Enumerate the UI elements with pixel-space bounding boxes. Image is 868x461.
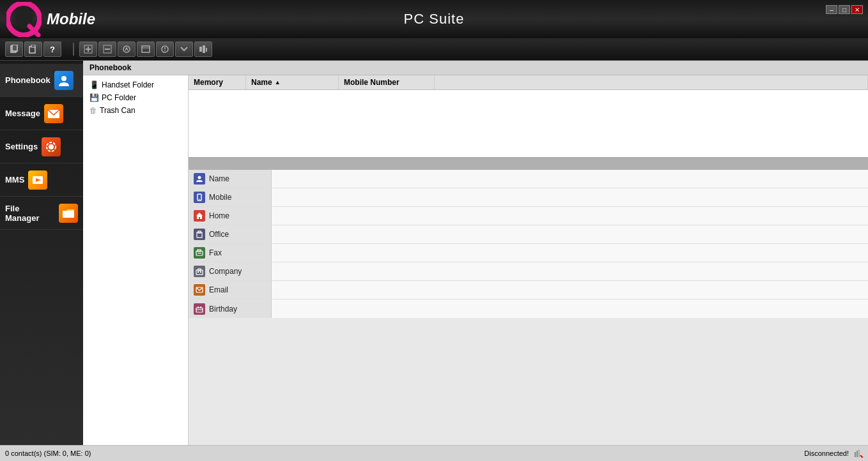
detail-label-office: Office [189, 225, 272, 243]
detail-row-office: Office [189, 225, 868, 244]
toolbar-btn-copy[interactable] [5, 42, 23, 57]
svg-line-48 [860, 455, 863, 458]
toolbar-separator-1 [73, 43, 74, 56]
table-header: Memory Name ▲ Mobile Number [189, 75, 868, 90]
detail-label-birthday: Birthday [189, 299, 272, 318]
minimize-button[interactable]: – [826, 5, 837, 14]
right-panel: Memory Name ▲ Mobile Number [189, 75, 868, 445]
toolbar-btn-4[interactable] [137, 42, 155, 57]
svg-rect-46 [856, 451, 858, 457]
detail-label-mobile: Mobile [189, 188, 272, 206]
toolbar: ? [0, 38, 868, 61]
detail-icon-name [194, 173, 205, 185]
detail-value-company[interactable] [272, 262, 868, 280]
svg-rect-20 [206, 48, 207, 52]
sidebar-item-message[interactable]: Message [0, 97, 83, 130]
two-panel: 📱 Handset Folder 💾 PC Folder 🗑 Trash Can [83, 75, 868, 445]
detail-icon-mobile [194, 192, 205, 203]
svg-rect-6 [31, 45, 35, 47]
detail-value-home[interactable] [272, 207, 868, 225]
detail-row-name: Name [189, 170, 868, 188]
tree-item-handset[interactable]: 📱 Handset Folder [83, 79, 188, 91]
sidebar-item-mms[interactable]: MMS [0, 163, 83, 197]
app-logo [6, 2, 42, 37]
toolbar-section-1: ? [5, 42, 61, 57]
detail-row-mobile: Mobile [189, 188, 868, 207]
toolbar-btn-paste[interactable] [24, 42, 42, 57]
maximize-button[interactable]: □ [839, 5, 850, 14]
toolbar-btn-2[interactable] [98, 42, 116, 57]
mms-icon [28, 170, 47, 190]
svg-rect-4 [12, 45, 17, 51]
col-mobile[interactable]: Mobile Number [339, 75, 435, 89]
toolbar-btn-1[interactable] [79, 42, 97, 57]
detail-value-office[interactable] [272, 225, 868, 243]
detail-row-company: Company [189, 262, 868, 281]
col-name[interactable]: Name ▲ [246, 75, 339, 89]
detail-label-email: Email [189, 281, 272, 299]
detail-icon-company [194, 266, 205, 277]
svg-point-17 [164, 50, 166, 51]
toolbar-btn-help[interactable]: ? [43, 42, 61, 57]
detail-row-fax: Fax [189, 244, 868, 262]
content-area: Phonebook 📱 Handset Folder 💾 PC Folder 🗑… [83, 61, 868, 445]
tree-item-trash[interactable]: 🗑 Trash Can [83, 104, 188, 117]
detail-header [189, 158, 868, 170]
toolbar-btn-7[interactable] [194, 42, 212, 57]
detail-label-company: Company [189, 262, 272, 280]
toolbar-btn-6[interactable] [175, 42, 193, 57]
svg-rect-18 [199, 47, 202, 52]
detail-label-name: Name [189, 170, 272, 188]
contact-rows [189, 90, 868, 157]
detail-icon-office [194, 229, 205, 240]
connection-status: Disconnected! [804, 450, 849, 457]
detail-icon-birthday [194, 303, 205, 315]
detail-panel: Name Mobile [189, 158, 868, 445]
detail-value-mobile[interactable] [272, 188, 868, 206]
col-rest [435, 75, 868, 89]
title-bar: Mobile PC Suite – □ ✕ [0, 0, 868, 38]
svg-point-21 [61, 76, 66, 81]
detail-value-fax[interactable] [272, 244, 868, 262]
app-name: Mobile [47, 10, 95, 28]
sort-arrow-name: ▲ [275, 79, 281, 86]
col-memory[interactable]: Memory [189, 75, 246, 89]
sidebar-item-phonebook[interactable]: Phonebook [0, 64, 83, 97]
contact-table: Memory Name ▲ Mobile Number [189, 75, 868, 158]
close-button[interactable]: ✕ [851, 5, 863, 14]
connection-icon [854, 449, 863, 458]
svg-marker-30 [196, 213, 203, 219]
toolbar-btn-3[interactable] [118, 42, 136, 57]
sidebar-nav: Phonebook Message Settings MMS File Mana… [0, 61, 83, 445]
svg-rect-45 [855, 452, 856, 457]
pc-folder-icon: 💾 [89, 93, 99, 102]
svg-rect-13 [142, 46, 150, 52]
detail-icon-email [194, 284, 205, 296]
filemanager-icon [59, 204, 78, 223]
detail-value-name[interactable] [272, 170, 868, 188]
svg-rect-35 [198, 253, 201, 253]
svg-rect-38 [198, 271, 199, 273]
handset-folder-icon: 📱 [89, 80, 99, 89]
settings-icon [42, 137, 61, 156]
toolbar-btn-5[interactable] [156, 42, 174, 57]
detail-icon-fax [194, 247, 205, 259]
toolbar-section-2 [79, 42, 212, 57]
detail-row-home: Home [189, 207, 868, 225]
message-icon [44, 104, 63, 123]
svg-rect-47 [858, 450, 860, 457]
window-controls[interactable]: – □ ✕ [826, 5, 863, 14]
detail-label-home: Home [189, 207, 272, 225]
trash-can-icon: 🗑 [89, 106, 97, 115]
detail-value-birthday[interactable] [272, 299, 868, 318]
detail-label-fax: Fax [189, 244, 272, 262]
sidebar-item-settings[interactable]: Settings [0, 130, 83, 163]
suite-title: PC Suite [404, 11, 465, 27]
svg-point-23 [49, 144, 54, 149]
detail-row-email: Email [189, 281, 868, 299]
sidebar-item-filemanager[interactable]: File Manager [0, 197, 83, 230]
svg-rect-39 [200, 271, 201, 273]
detail-value-email[interactable] [272, 281, 868, 299]
tree-item-pc[interactable]: 💾 PC Folder [83, 91, 188, 104]
main-layout: Phonebook Message Settings MMS File Mana… [0, 61, 868, 445]
